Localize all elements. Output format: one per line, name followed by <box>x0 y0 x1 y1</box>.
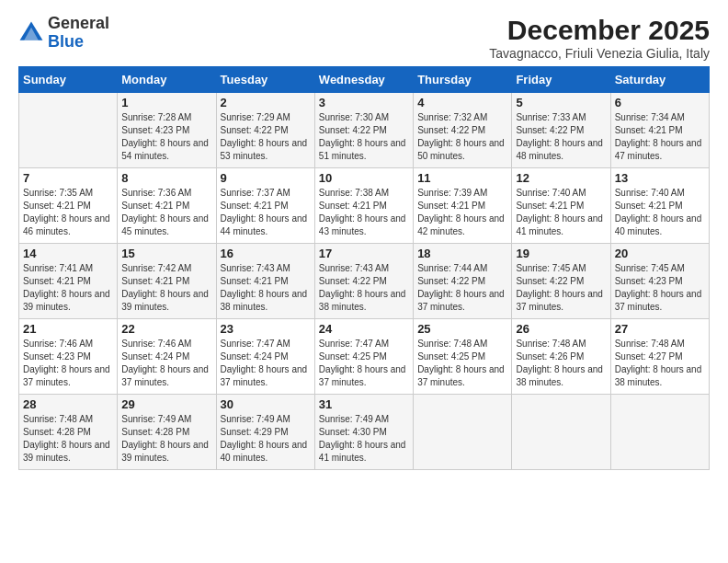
calendar-cell: 14Sunrise: 7:41 AMSunset: 4:21 PMDayligh… <box>19 244 118 319</box>
cell-info: Sunrise: 7:30 AMSunset: 4:22 PMDaylight:… <box>319 111 409 163</box>
calendar-cell: 28Sunrise: 7:48 AMSunset: 4:28 PMDayligh… <box>19 395 118 470</box>
day-number: 13 <box>615 171 705 185</box>
day-number: 3 <box>319 96 409 109</box>
calendar-cell: 18Sunrise: 7:44 AMSunset: 4:22 PMDayligh… <box>414 244 512 319</box>
logo-blue: Blue <box>48 32 84 51</box>
day-number: 5 <box>516 96 606 109</box>
day-number: 15 <box>121 247 211 260</box>
logo-icon <box>18 20 44 46</box>
col-saturday: Saturday <box>610 67 709 93</box>
day-number: 12 <box>516 171 606 185</box>
cell-info: Sunrise: 7:40 AMSunset: 4:21 PMDaylight:… <box>516 187 606 238</box>
calendar-cell: 10Sunrise: 7:38 AMSunset: 4:21 PMDayligh… <box>314 168 413 244</box>
day-number: 8 <box>121 171 211 185</box>
day-number: 21 <box>23 322 113 336</box>
cell-info: Sunrise: 7:48 AMSunset: 4:25 PMDaylight:… <box>417 338 507 389</box>
calendar-week-1: 7Sunrise: 7:35 AMSunset: 4:21 PMDaylight… <box>19 168 710 244</box>
day-number: 23 <box>221 322 311 336</box>
cell-info: Sunrise: 7:47 AMSunset: 4:24 PMDaylight:… <box>221 338 311 389</box>
cell-info: Sunrise: 7:49 AMSunset: 4:30 PMDaylight:… <box>319 413 409 465</box>
cell-info: Sunrise: 7:29 AMSunset: 4:22 PMDaylight:… <box>221 111 311 163</box>
cell-info: Sunrise: 7:47 AMSunset: 4:25 PMDaylight:… <box>319 338 409 389</box>
cell-info: Sunrise: 7:28 AMSunset: 4:23 PMDaylight:… <box>121 111 211 163</box>
calendar-cell <box>414 395 512 470</box>
day-number: 2 <box>221 96 311 109</box>
calendar-week-0: 1Sunrise: 7:28 AMSunset: 4:23 PMDaylight… <box>19 93 710 168</box>
calendar-cell: 20Sunrise: 7:45 AMSunset: 4:23 PMDayligh… <box>610 244 709 319</box>
day-number: 9 <box>221 171 311 185</box>
cell-info: Sunrise: 7:46 AMSunset: 4:24 PMDaylight:… <box>121 338 211 389</box>
day-number: 24 <box>319 322 409 336</box>
header: General Blue December 2025 Tavagnacco, F… <box>18 15 710 61</box>
cell-info: Sunrise: 7:48 AMSunset: 4:26 PMDaylight:… <box>516 338 606 389</box>
cell-info: Sunrise: 7:37 AMSunset: 4:21 PMDaylight:… <box>221 187 311 238</box>
logo-general: General <box>48 14 109 32</box>
day-number: 25 <box>417 322 507 336</box>
calendar-table: Sunday Monday Tuesday Wednesday Thursday… <box>18 66 710 470</box>
calendar-cell: 29Sunrise: 7:49 AMSunset: 4:28 PMDayligh… <box>118 395 216 470</box>
calendar-week-4: 28Sunrise: 7:48 AMSunset: 4:28 PMDayligh… <box>19 395 710 470</box>
calendar-cell: 23Sunrise: 7:47 AMSunset: 4:24 PMDayligh… <box>216 319 314 395</box>
calendar-cell: 4Sunrise: 7:32 AMSunset: 4:22 PMDaylight… <box>414 93 512 168</box>
day-number: 30 <box>221 397 311 411</box>
calendar-cell: 13Sunrise: 7:40 AMSunset: 4:21 PMDayligh… <box>610 168 709 244</box>
day-number: 10 <box>319 171 409 185</box>
calendar-cell <box>19 93 118 168</box>
cell-info: Sunrise: 7:45 AMSunset: 4:22 PMDaylight:… <box>516 262 606 314</box>
calendar-cell: 22Sunrise: 7:46 AMSunset: 4:24 PMDayligh… <box>118 319 216 395</box>
logo: General Blue <box>18 15 109 52</box>
day-number: 20 <box>615 247 705 260</box>
title-block: December 2025 Tavagnacco, Friuli Venezia… <box>489 15 710 61</box>
cell-info: Sunrise: 7:32 AMSunset: 4:22 PMDaylight:… <box>417 111 507 163</box>
day-number: 18 <box>417 247 507 260</box>
cell-info: Sunrise: 7:38 AMSunset: 4:21 PMDaylight:… <box>319 187 409 238</box>
day-number: 31 <box>319 397 409 411</box>
cell-info: Sunrise: 7:48 AMSunset: 4:27 PMDaylight:… <box>615 338 705 389</box>
calendar-cell <box>512 395 610 470</box>
calendar-cell: 3Sunrise: 7:30 AMSunset: 4:22 PMDaylight… <box>314 93 413 168</box>
day-number: 1 <box>121 96 211 109</box>
calendar-cell: 2Sunrise: 7:29 AMSunset: 4:22 PMDaylight… <box>216 93 314 168</box>
calendar-week-2: 14Sunrise: 7:41 AMSunset: 4:21 PMDayligh… <box>19 244 710 319</box>
calendar-cell: 8Sunrise: 7:36 AMSunset: 4:21 PMDaylight… <box>118 168 216 244</box>
logo-text: General Blue <box>48 15 109 52</box>
day-number: 22 <box>121 322 211 336</box>
calendar-cell: 1Sunrise: 7:28 AMSunset: 4:23 PMDaylight… <box>118 93 216 168</box>
location: Tavagnacco, Friuli Venezia Giulia, Italy <box>489 46 710 61</box>
calendar-cell: 30Sunrise: 7:49 AMSunset: 4:29 PMDayligh… <box>216 395 314 470</box>
day-number: 6 <box>615 96 705 109</box>
cell-info: Sunrise: 7:35 AMSunset: 4:21 PMDaylight:… <box>23 187 113 238</box>
month-title: December 2025 <box>489 15 710 46</box>
cell-info: Sunrise: 7:44 AMSunset: 4:22 PMDaylight:… <box>417 262 507 314</box>
cell-info: Sunrise: 7:49 AMSunset: 4:29 PMDaylight:… <box>221 413 311 465</box>
calendar-cell: 21Sunrise: 7:46 AMSunset: 4:23 PMDayligh… <box>19 319 118 395</box>
col-sunday: Sunday <box>19 67 118 93</box>
day-number: 14 <box>23 247 113 260</box>
calendar-cell: 12Sunrise: 7:40 AMSunset: 4:21 PMDayligh… <box>512 168 610 244</box>
day-number: 4 <box>417 96 507 109</box>
col-thursday: Thursday <box>414 67 512 93</box>
cell-info: Sunrise: 7:40 AMSunset: 4:21 PMDaylight:… <box>615 187 705 238</box>
calendar-cell: 27Sunrise: 7:48 AMSunset: 4:27 PMDayligh… <box>610 319 709 395</box>
day-number: 17 <box>319 247 409 260</box>
calendar-cell: 19Sunrise: 7:45 AMSunset: 4:22 PMDayligh… <box>512 244 610 319</box>
calendar-cell: 9Sunrise: 7:37 AMSunset: 4:21 PMDaylight… <box>216 168 314 244</box>
cell-info: Sunrise: 7:49 AMSunset: 4:28 PMDaylight:… <box>121 413 211 465</box>
col-friday: Friday <box>512 67 610 93</box>
cell-info: Sunrise: 7:33 AMSunset: 4:22 PMDaylight:… <box>516 111 606 163</box>
calendar-cell: 5Sunrise: 7:33 AMSunset: 4:22 PMDaylight… <box>512 93 610 168</box>
cell-info: Sunrise: 7:45 AMSunset: 4:23 PMDaylight:… <box>615 262 705 314</box>
day-number: 11 <box>417 171 507 185</box>
day-number: 27 <box>615 322 705 336</box>
calendar-cell: 6Sunrise: 7:34 AMSunset: 4:21 PMDaylight… <box>610 93 709 168</box>
calendar-cell: 24Sunrise: 7:47 AMSunset: 4:25 PMDayligh… <box>314 319 413 395</box>
calendar-cell <box>610 395 709 470</box>
calendar-cell: 17Sunrise: 7:43 AMSunset: 4:22 PMDayligh… <box>314 244 413 319</box>
calendar-cell: 26Sunrise: 7:48 AMSunset: 4:26 PMDayligh… <box>512 319 610 395</box>
cell-info: Sunrise: 7:46 AMSunset: 4:23 PMDaylight:… <box>23 338 113 389</box>
header-row: Sunday Monday Tuesday Wednesday Thursday… <box>19 67 710 93</box>
calendar-cell: 7Sunrise: 7:35 AMSunset: 4:21 PMDaylight… <box>19 168 118 244</box>
calendar-cell: 25Sunrise: 7:48 AMSunset: 4:25 PMDayligh… <box>414 319 512 395</box>
col-tuesday: Tuesday <box>216 67 314 93</box>
cell-info: Sunrise: 7:34 AMSunset: 4:21 PMDaylight:… <box>615 111 705 163</box>
